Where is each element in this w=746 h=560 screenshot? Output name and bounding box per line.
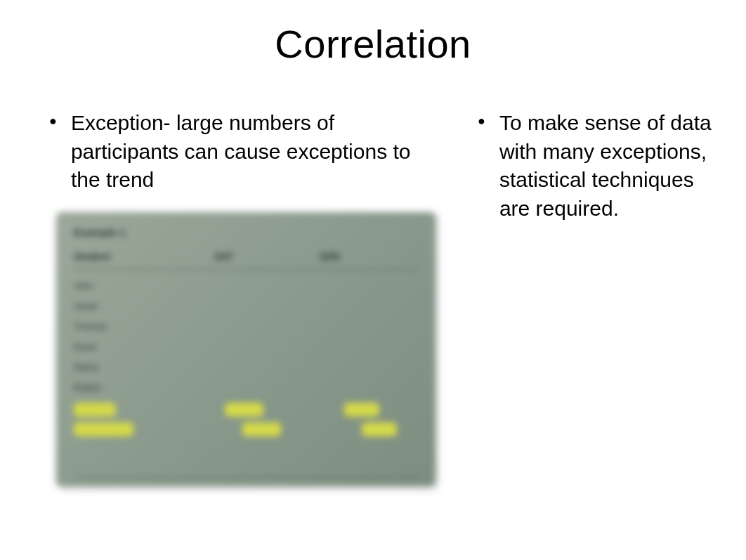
right-bullet-text: To make sense of data with many exceptio… [499, 109, 718, 223]
table-cell: Diana [74, 362, 214, 372]
left-column: ● Exception- large numbers of participan… [28, 109, 436, 486]
table-cell: Thomas [74, 321, 214, 332]
highlight-cell [225, 403, 263, 417]
table-row: Sarah [74, 301, 418, 311]
left-bullet-text: Exception- large numbers of participants… [71, 109, 436, 195]
table-cell [320, 301, 404, 311]
table-cell [320, 362, 404, 372]
highlight-cell [362, 422, 397, 436]
left-bullet-item: ● Exception- large numbers of participan… [28, 109, 436, 195]
highlight-cell [344, 403, 379, 417]
highlight-cell [74, 422, 133, 436]
table-cell [320, 382, 404, 393]
table-cell [320, 280, 404, 291]
table-cell: Robert [74, 382, 214, 393]
table-cell [214, 321, 320, 332]
highlighted-row [74, 422, 418, 436]
right-bullet-item: ● To make sense of data with many except… [457, 109, 718, 223]
table-row: Diana [74, 362, 418, 372]
highlight-cell [74, 403, 116, 417]
table-divider [74, 269, 418, 270]
table-header-cell: SAT [214, 251, 320, 262]
table-cell [214, 382, 320, 393]
table-cell [320, 341, 404, 352]
table-cell: Sarah [74, 301, 214, 311]
table-row: Kevin [74, 341, 418, 352]
table-cell [214, 301, 320, 311]
table-caption: Example 1 [74, 226, 418, 238]
table-cell [320, 321, 404, 332]
table-header-cell: GPA [320, 251, 404, 262]
bullet-icon: ● [478, 115, 485, 127]
right-column: ● To make sense of data with many except… [457, 109, 718, 486]
embedded-table-image: Example 1 Student SAT GPA John Sarah [56, 212, 436, 486]
slide-title: Correlation [28, 21, 718, 67]
table-cell [214, 280, 320, 291]
content-area: ● Exception- large numbers of participan… [28, 109, 718, 486]
table-header-cell: Student [74, 251, 214, 262]
table-header-row: Student SAT GPA [74, 251, 418, 262]
table-row: Robert [74, 382, 418, 393]
table-bottom-divider [74, 477, 418, 478]
highlight-cell [242, 422, 281, 436]
table-cell: John [74, 280, 214, 291]
table-cell [214, 362, 320, 372]
table-row: Thomas [74, 321, 418, 332]
table-cell: Kevin [74, 341, 214, 352]
table-cell [214, 341, 320, 352]
table-row: John [74, 280, 418, 291]
highlighted-row [74, 403, 418, 417]
bullet-icon: ● [49, 115, 57, 127]
